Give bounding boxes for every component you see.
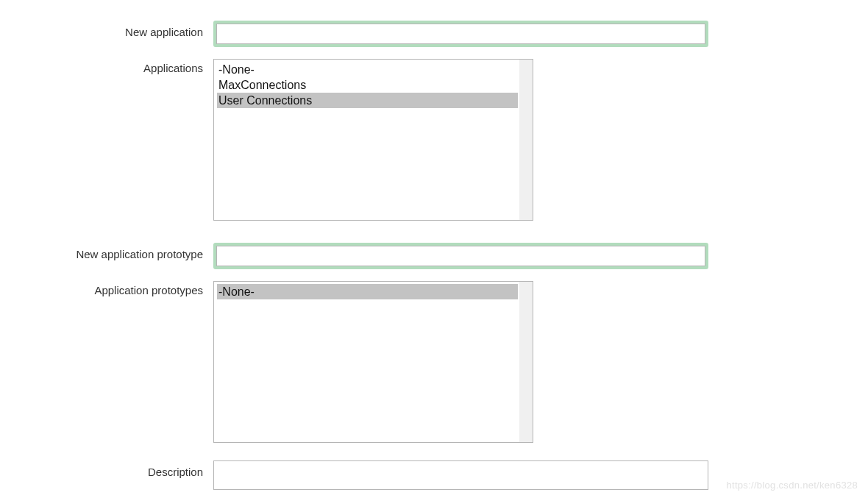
applications-option-user-connections[interactable]: User Connections: [217, 93, 518, 108]
label-application-prototypes: Application prototypes: [0, 281, 213, 296]
label-new-application-prototype: New application prototype: [0, 243, 213, 260]
applications-option-none[interactable]: -None-: [217, 62, 518, 77]
row-new-application: New application: [0, 21, 868, 47]
label-description: Description: [0, 460, 213, 478]
application-prototypes-listbox[interactable]: -None-: [213, 281, 533, 443]
new-application-prototype-highlight: [213, 243, 708, 269]
new-application-prototype-input[interactable]: [216, 246, 705, 266]
row-new-application-prototype: New application prototype: [0, 243, 868, 269]
applications-option-maxconnections[interactable]: MaxConnections: [217, 77, 518, 93]
row-application-prototypes: Application prototypes -None-: [0, 281, 868, 443]
application-prototypes-listbox-inner: -None-: [217, 284, 518, 440]
new-application-input[interactable]: [216, 24, 705, 44]
applications-listbox[interactable]: -None- MaxConnections User Connections: [213, 59, 533, 221]
description-textarea[interactable]: [213, 460, 708, 490]
application-prototypes-scrollbar[interactable]: [519, 282, 533, 442]
row-applications: Applications -None- MaxConnections User …: [0, 59, 868, 221]
label-new-application: New application: [0, 21, 213, 38]
watermark-text: https://blog.csdn.net/ken6328: [726, 480, 858, 491]
applications-scrollbar[interactable]: [519, 60, 533, 220]
application-prototypes-option-none[interactable]: -None-: [217, 284, 518, 299]
label-applications: Applications: [0, 59, 213, 74]
applications-listbox-inner: -None- MaxConnections User Connections: [217, 62, 518, 218]
new-application-highlight: [213, 21, 708, 47]
